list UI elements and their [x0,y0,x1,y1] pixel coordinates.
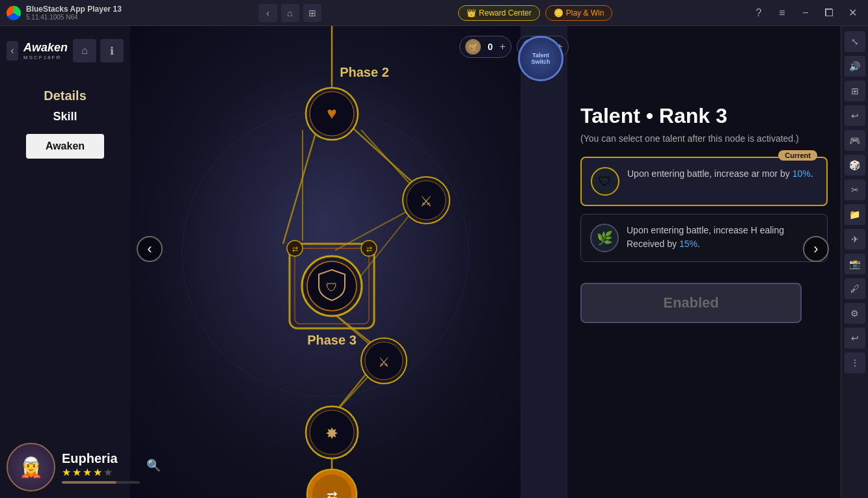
coin-icon: 🪙 [554,8,563,18]
awaken-button[interactable]: Awaken [26,134,104,159]
game-title: Awaken [23,41,68,55]
game-nav-area: ⌂ ℹ [73,39,124,62]
app-version: 5.11.41.1005 N64 [26,14,122,21]
game-back-button[interactable]: ‹ [7,41,18,60]
game-info-button[interactable]: ℹ [100,39,124,62]
talent-highlight-1: 10% [793,168,811,179]
reward-center-label: Reward Center [479,8,532,18]
resource1-plus-button[interactable]: + [500,41,506,53]
healing-talent-icon: 🌿 [597,230,613,246]
crown-icon: 👑 [467,8,476,18]
skill-label: Skill [53,110,77,124]
svg-text:⇄: ⇄ [327,488,338,498]
sidebar-airplane-button[interactable]: ✈ [845,229,865,250]
talent-desc-pre-1: Upon entering battle, increase ar mor by [627,168,793,179]
star-2: ★ [72,466,81,478]
talent-description-2: Upon entering battle, increase H ealing … [627,224,818,251]
current-badge: Current [778,150,817,161]
svg-text:⚔: ⚔ [378,355,390,369]
star-5: ★ [103,466,113,478]
skill-tree-area: Phase 2 ♥ ⚔ ⇄ ⇄ 🛡 Phase 3 ⚔ ✸ [130,26,521,498]
character-stars: ★ ★ ★ ★ ★ [62,466,140,478]
top-bar-left: BlueStacks App Player 13 5.11.41.1005 N6… [7,5,122,21]
sidebar-more-button[interactable]: ⋮ [845,352,865,373]
resource-bow-pill: 🏹 0 + [459,36,511,58]
sidebar-dice-button[interactable]: 🎲 [845,155,865,176]
game-logo-area: ‹ Awaken MSCF18FR ⌂ ℹ [7,39,124,62]
svg-text:Phase 3: Phase 3 [307,333,357,347]
character-name: Eupheria [62,451,140,466]
character-info: Eupheria ★ ★ ★ ★ ★ [62,451,140,484]
grid-nav-button[interactable]: ⊞ [303,4,321,22]
sidebar-pen-button[interactable]: 🖋 [845,278,865,299]
talent-desc-pre-2: Upon entering battle, increase H ealing … [627,225,784,249]
top-bar: BlueStacks App Player 13 5.11.41.1005 N6… [0,0,868,26]
star-1: ★ [62,466,71,478]
character-progress-bar [62,481,140,484]
sidebar-sound-button[interactable]: 🔊 [845,56,865,77]
talent-switch-label-line1: Talent [532,52,549,59]
svg-text:⚔: ⚔ [420,193,433,209]
talent-highlight-2: 15% [679,239,698,249]
left-panel: ‹ Awaken MSCF18FR ⌂ ℹ Details Skill Awak… [0,26,130,498]
progress-fill [62,481,116,484]
talent-subtitle: (You can select one talent after this no… [580,133,828,144]
bow-icon: 🏹 [465,39,481,55]
phase2-label: Phase 2 [340,65,389,79]
svg-text:✸: ✸ [325,425,338,442]
sidebar-back-button[interactable]: ↩ [845,328,865,348]
sidebar-expand-button[interactable]: ⤡ [845,31,865,52]
talent-icon-2: 🌿 [590,224,619,252]
back-nav-button[interactable]: ‹ [259,4,277,22]
menu-button[interactable]: ≡ [773,4,791,22]
sidebar-settings-button[interactable]: ⚙ [845,303,865,324]
sidebar-camera-button[interactable]: 📸 [845,254,865,274]
game-title-area: Awaken MSCF18FR [23,41,68,60]
game-home-button[interactable]: ⌂ [73,39,96,62]
talent-card-active: Current 🛡 Upon entering battle, increase… [580,157,828,206]
info-panel: Talent • Rank 3 (You can select one tale… [567,26,841,498]
home-nav-button[interactable]: ⌂ [281,4,299,22]
help-button[interactable]: ? [750,4,768,22]
sidebar-refresh-button[interactable]: ↩ [845,105,865,126]
top-bar-center: 👑 Reward Center 🪙 Play & Win [458,5,612,21]
top-bar-nav: ‹ ⌂ ⊞ [259,4,321,22]
talent-desc-post-2: . [698,239,700,249]
svg-text:⇄: ⇄ [366,245,372,253]
talent-info: Talent • Rank 3 (You can select one tale… [567,91,841,349]
avatar-image: 🧝 [19,456,43,478]
talent-card-inactive: 🌿 Upon entering battle, increase H ealin… [580,214,828,262]
app-title-area: BlueStacks App Player 13 5.11.41.1005 N6… [26,5,122,21]
character-avatar: 🧝 [7,443,55,491]
restore-button[interactable]: ⧠ [820,4,838,22]
sidebar-game-button[interactable]: 🎮 [845,130,865,151]
close-button[interactable]: ✕ [843,4,861,22]
talent-switch-label-line2: Switch [531,59,550,65]
right-arrow-icon: › [813,241,818,257]
minimize-button[interactable]: − [796,4,815,22]
nav-arrow-left[interactable]: ‹ [137,236,163,262]
reward-center-button[interactable]: 👑 Reward Center [458,5,540,21]
play-win-button[interactable]: 🪙 Play & Win [545,5,613,21]
enabled-button[interactable]: Enabled [580,283,802,323]
star-4: ★ [93,466,102,478]
sidebar-grid-button[interactable]: ⊞ [845,81,865,101]
sidebar-folder-button[interactable]: 📁 [845,204,865,225]
talent-icon-1: 🛡 [591,167,619,196]
svg-text:🛡: 🛡 [326,281,338,294]
talent-title: Talent • Rank 3 [580,104,828,128]
bluestacks-logo [7,6,21,20]
details-label: Details [44,88,87,103]
play-win-label: Play & Win [566,8,604,18]
character-area: 🧝 Eupheria ★ ★ ★ ★ ★ 🔍 [7,443,165,491]
star-3: ★ [83,466,92,478]
sidebar-cut-button[interactable]: ✂ [845,179,865,200]
talent-description-1: Upon entering battle, increase ar mor by… [627,167,813,181]
character-search-icon[interactable]: 🔍 [146,458,165,477]
svg-text:⇄: ⇄ [292,245,298,253]
game-subtitle: MSCF18FR [23,55,68,60]
talent-switch-button[interactable]: Talent Switch [518,36,563,81]
talent-desc-post-1: . [811,168,813,179]
nav-arrow-right[interactable]: › [803,236,829,262]
skill-tree-svg: Phase 2 ♥ ⚔ ⇄ ⇄ 🛡 Phase 3 ⚔ ✸ [130,26,521,498]
